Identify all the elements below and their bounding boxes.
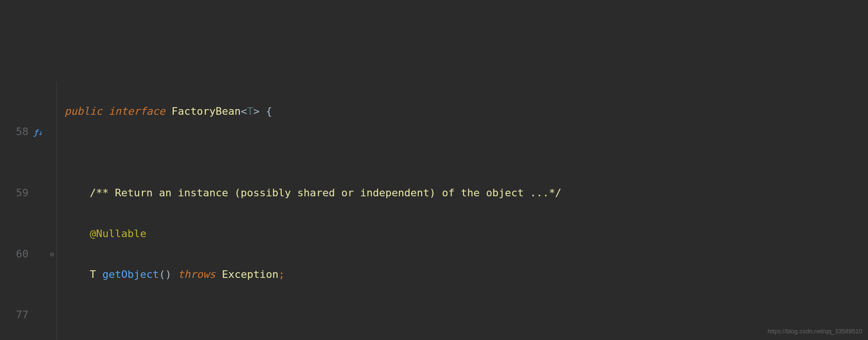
angle-bracket: > [253, 105, 259, 117]
line-number-column: 58 59 60 77 78 79 80 99 100 101 102 127 … [0, 82, 28, 340]
code-line[interactable]: @Nullable [65, 224, 561, 244]
code-line[interactable] [65, 305, 561, 325]
parentheses: () [159, 268, 172, 280]
fold-marker-icon[interactable]: ⊞ [47, 244, 57, 265]
code-editor: 58 59 60 77 78 79 80 99 100 101 102 127 … [0, 82, 868, 340]
brace: { [266, 105, 272, 117]
fold-blank [47, 122, 57, 142]
return-type: T [90, 268, 96, 280]
gutter-icon-column: ƒ↓ ƒ↓ ƒ↓ ⇢◆ [28, 82, 47, 340]
method-name: getObject [102, 268, 159, 280]
line-number[interactable]: 60 [0, 244, 28, 265]
line-number[interactable]: 58 [0, 122, 28, 142]
angle-bracket: < [241, 105, 247, 117]
code-line[interactable]: /** Return an instance (possibly shared … [65, 183, 561, 203]
code-line[interactable] [65, 142, 561, 163]
keyword-throws: throws [178, 268, 215, 280]
gutter: 58 59 60 77 78 79 80 99 100 101 102 127 … [0, 82, 61, 340]
code-area[interactable]: public interface FactoryBean<T> { /** Re… [61, 82, 561, 340]
gutter-blank [28, 305, 47, 325]
fold-blank [47, 183, 57, 203]
watermark: https://blog.csdn.net/qq_33589510 [768, 325, 863, 337]
keyword-interface: interface [109, 105, 165, 117]
exception-type: Exception [222, 268, 278, 280]
fold-column: ⊞ ⊞ ⊞ ⊞ [47, 82, 57, 340]
line-number[interactable]: 59 [0, 183, 28, 203]
type-param: T [247, 105, 253, 117]
gutter-blank [28, 244, 47, 265]
code-line[interactable]: public interface FactoryBean<T> { [65, 101, 561, 122]
annotation: @Nullable [90, 228, 146, 239]
class-name: FactoryBean [171, 105, 241, 117]
gutter-blank [28, 183, 47, 203]
comment: /** Return an instance (possibly shared … [90, 187, 561, 199]
override-icon[interactable]: ƒ↓ [28, 122, 47, 142]
semicolon: ; [278, 268, 284, 280]
code-line[interactable]: T getObject() throws Exception; [65, 265, 561, 285]
fold-blank [47, 305, 57, 325]
line-number[interactable]: 77 [0, 305, 28, 325]
